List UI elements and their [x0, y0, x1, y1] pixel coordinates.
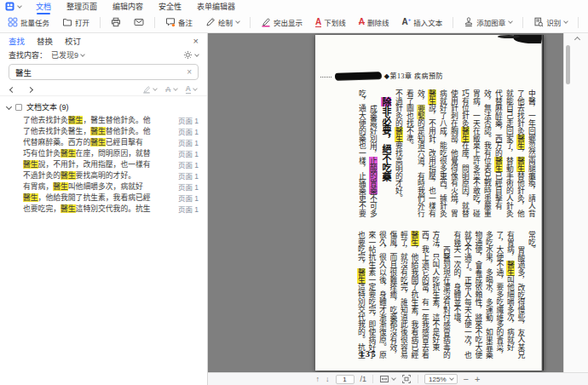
search-result-row[interactable]: 代替麻醉藥。西方的醫生已經目擊有页面 1 — [0, 136, 207, 147]
results-group-header[interactable]: 文档文本 (9) — [0, 100, 207, 114]
zoom-in-button[interactable]: + — [475, 375, 480, 383]
toolbar-divider — [522, 17, 523, 28]
search-result-row[interactable]: 也要吃完，醫生這特別交代我的。抗生页面 1 — [0, 203, 207, 214]
toolbar-label: 识别 — [546, 17, 561, 27]
stamp-button[interactable]: 添加图章 — [461, 15, 515, 29]
zoom-value: 125% — [429, 376, 446, 383]
strikethrough-icon: A — [359, 18, 365, 26]
text-column: 物通便，會養成依賴性，將來不吃大便 — [473, 231, 484, 367]
menu-item-1[interactable]: 整理页面 — [66, 1, 98, 12]
ocr-button[interactable]: 识别 — [531, 15, 570, 29]
previous-page-button[interactable]: ↑ — [316, 375, 320, 383]
doc-text: 有胃病， — [506, 231, 515, 261]
text-column: 看了圖也找不準。 — [404, 89, 415, 219]
search-result-row[interactable]: 醫生，他給我開了抗生素，我看病已經页面 1 — [0, 192, 207, 203]
text-column: 有幾天一次的，身體並不壞。 — [452, 231, 463, 367]
upper-text-block: 中醫，一年回鄉忽然兩腿癱瘓，請人背了他去找針灸醫生，醫生替他針灸，他就能自己走回… — [356, 89, 537, 219]
doc-text: 成藥最好別用， — [369, 105, 378, 158]
text-column: 使用針刺在胸部，他覺得像有火燒，胃 — [448, 89, 459, 219]
found-count-text: 已发现9 — [51, 49, 78, 60]
highlighted-text: 醫生 — [516, 157, 525, 172]
strikethrough-results-button[interactable]: A — [165, 86, 177, 94]
sidebar-tab-1[interactable]: 替换 — [37, 35, 53, 47]
fit-page-button[interactable] — [401, 374, 412, 384]
found-count-dropdown[interactable]: 已发现9 — [51, 49, 84, 60]
page-total-label: /1 — [360, 375, 367, 383]
result-before: 也要吃完， — [23, 204, 61, 213]
result-before: 巧有位針灸 — [23, 149, 61, 158]
sidebar-tab-2[interactable]: 校订 — [65, 35, 81, 47]
close-panel-icon[interactable]: × — [193, 37, 199, 45]
batch-tasks-icon — [8, 17, 18, 27]
text-column: 效，要緊的是知道穴道，有時我們外行 — [415, 89, 426, 219]
search-result-row[interactable]: 巧有位針灸醫生在座，問明原因，就替页面 1 — [0, 147, 207, 158]
result-text: 了他去找針灸醫生，醫生替他針灸。他 — [23, 125, 171, 136]
draw-icon — [205, 17, 216, 27]
highlight-results-button[interactable] — [142, 85, 157, 94]
next-page-button[interactable]: ↓ — [326, 375, 330, 383]
menu-item-3[interactable]: 安全性 — [158, 1, 182, 12]
doc-text: 中醫，一年回鄉忽然兩腿癱瘓，請人背 — [527, 89, 536, 217]
doc-text: 病就好了八成，能吃很多東西。據針灸 — [439, 89, 447, 217]
result-before: 有胃病， — [23, 182, 53, 191]
menu-bar: 文档整理页面编辑内容安全性表单编辑器 — [0, 0, 588, 12]
comment-button[interactable]: 备注 — [163, 15, 195, 29]
sidebar-tab-0[interactable]: 查找 — [9, 35, 25, 47]
divider — [372, 375, 373, 383]
search-result-row[interactable]: 不過針灸的醫生要找高明的才好。页面 1 — [0, 170, 207, 181]
menu-item-2[interactable]: 编辑内容 — [112, 1, 144, 12]
fit-width-button[interactable] — [379, 374, 395, 384]
search-input[interactable] — [15, 67, 187, 77]
menu-item-0[interactable]: 文档 — [35, 1, 52, 12]
search-result-row[interactable]: 了他去找針灸醫生，醫生替他針灸。他页面 1 — [0, 125, 207, 136]
printer-button[interactable] — [108, 15, 124, 29]
text-column: 來一帖抗生素一定要吃完，即使病好了 — [366, 231, 378, 367]
clear-search-icon[interactable]: × — [187, 67, 192, 77]
scroll-up-icon[interactable] — [574, 37, 580, 43]
section-title-column: 除非必要，絕不吃藥 — [378, 89, 393, 219]
search-settings-button[interactable] — [183, 50, 199, 60]
strikethrough-button[interactable]: A删除线 — [356, 15, 392, 29]
highlighter-icon — [142, 85, 151, 94]
search-result-row[interactable]: 有胃病，醫生叫他細嚼多次，病就好页面 1 — [0, 181, 207, 192]
toolbar-label: 打开 — [75, 17, 89, 27]
select-all-checkbox[interactable] — [15, 104, 22, 111]
search-result-row[interactable]: 了他去找針灸醫生，醫生替他針灸。他页面 1 — [0, 114, 207, 125]
insert-text-button[interactable]: A+插入文本 — [400, 15, 446, 29]
printer-icon — [111, 17, 121, 27]
pdf-page[interactable]: ◆第13章 疾病預防 中醫，一年回鄉忽然兩腿癱瘓，請人背了他去找針灸醫生，醫生替… — [315, 35, 544, 371]
zoom-out-button[interactable]: − — [464, 375, 469, 383]
doc-text: 多吃水果，多喝水，多運動，如果靠藥 — [485, 231, 493, 359]
page-number: 135 — [360, 349, 377, 359]
app-logo[interactable] — [5, 2, 21, 11]
open-folder-button[interactable]: 打开 — [60, 15, 92, 29]
previous-result-button[interactable] — [10, 85, 14, 94]
page-number-input[interactable] — [336, 375, 355, 384]
scrollbar-thumb[interactable] — [566, 45, 570, 84]
highlighted-text: 醫生 — [411, 231, 419, 246]
toolbar-divider — [453, 17, 453, 28]
next-result-button[interactable] — [28, 85, 32, 94]
viewer-canvas[interactable]: ◆第13章 疾病預防 中醫，一年回鄉忽然兩腿癱瘓，請人背了他去找針灸醫生，醫生替… — [208, 33, 588, 372]
toolbar-label: 下划线 — [324, 17, 346, 27]
search-result-row[interactable]: 醫生說，不用針，改用指壓，也一樣有页面 1 — [0, 158, 207, 170]
doc-text: 了，大便不通，要多吃纖維多的青菜， — [496, 231, 504, 359]
highlighted-text: 止酸的胃藥 — [369, 157, 378, 194]
menu-item-4[interactable]: 表单编辑器 — [196, 1, 236, 12]
zoom-select[interactable]: 125% — [424, 374, 457, 384]
result-before: 了他去找針灸 — [23, 116, 68, 124]
batch-tasks-button[interactable]: 批量任务 — [5, 15, 52, 29]
text-column: 很久，很久以後，身體才漸漸復原。原 — [378, 231, 389, 367]
text-column: 醫生說，不用針，改用指壓，也一樣有 — [426, 89, 437, 219]
vertical-scrollbar[interactable] — [563, 33, 588, 372]
toolbar: 批量任务打开备注绘制突出显示A下划线A删除线A+插入文本添加图章识别对比 — [0, 12, 588, 33]
highlight-button[interactable]: 突出显示 — [258, 15, 305, 29]
text-column: 有胃病，醫生叫他細嚼多次，病就好 — [505, 231, 516, 367]
email-button[interactable] — [131, 15, 147, 29]
underline-results-button[interactable]: A — [186, 85, 198, 94]
menu-items: 文档整理页面编辑内容安全性表单编辑器 — [35, 1, 236, 12]
text-column: 傷風，而且很難痊癒，吃藥都沒有效， — [388, 231, 399, 367]
text-column: 巧有位針灸醫生在座，問明原因，就替 — [459, 89, 470, 219]
draw-button[interactable]: 绘制 — [203, 15, 242, 29]
underline-button[interactable]: A下划线 — [313, 15, 349, 29]
